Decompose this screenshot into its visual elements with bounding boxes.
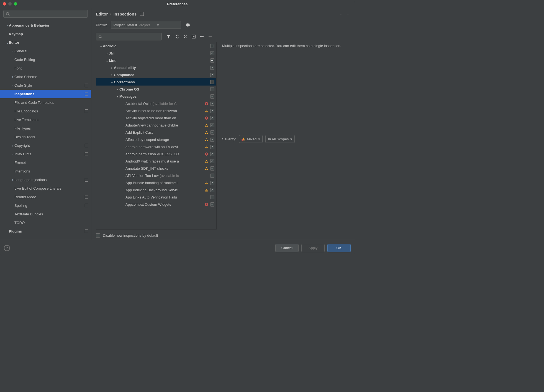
close-window-button[interactable] (3, 2, 6, 6)
inspection-row[interactable]: android.permission.ACCESS_CO (96, 150, 216, 158)
inspection-row[interactable]: ›Compliance (96, 71, 216, 78)
svg-rect-43 (206, 189, 207, 190)
sidebar-item-emmet[interactable]: Emmet (0, 158, 91, 167)
inspection-row[interactable]: AndroidX watch faces must use a (96, 158, 216, 165)
settings-search-input[interactable] (10, 12, 85, 16)
forward-button[interactable]: → (347, 12, 350, 16)
inspection-checkbox[interactable] (210, 87, 215, 91)
inspection-row[interactable]: ⌄Android (96, 42, 216, 50)
inspection-checkbox[interactable] (210, 202, 215, 207)
inspection-checkbox[interactable] (210, 145, 215, 149)
collapse-all-icon[interactable] (181, 33, 189, 40)
minimize-window-button[interactable] (8, 2, 12, 6)
maximize-window-button[interactable] (14, 2, 17, 6)
remove-icon[interactable] (206, 33, 214, 40)
filter-icon[interactable] (165, 33, 173, 40)
sidebar-item-inspections[interactable]: Inspections (0, 90, 91, 98)
inspection-checkbox[interactable] (210, 51, 215, 55)
sidebar-item-file-encodings[interactable]: File Encodings (0, 107, 91, 115)
disable-new-checkbox[interactable] (96, 233, 100, 238)
inspection-checkbox[interactable] (210, 44, 215, 48)
inspection-checkbox[interactable] (210, 102, 215, 106)
sidebar-item-copyright[interactable]: ›Copyright (0, 141, 91, 150)
expand-all-icon[interactable] (173, 33, 181, 40)
inspection-row[interactable]: ›JNI (96, 50, 216, 57)
sidebar-item-keymap[interactable]: Keymap (0, 30, 91, 38)
sidebar-item-inlay-hints[interactable]: ›Inlay Hints (0, 150, 91, 158)
sidebar-item-file-and-code-templates[interactable]: File and Code Templates (0, 98, 91, 107)
sidebar-item-spelling[interactable]: Spelling (0, 201, 91, 210)
sidebar-item-todo[interactable]: TODO (0, 218, 91, 227)
sidebar-item-editor[interactable]: ⌄Editor (0, 38, 91, 47)
inspection-tree[interactable]: ⌄Android›JNI⌄Lint›Accessibility›Complian… (96, 42, 217, 229)
inspection-row[interactable]: AdapterView cannot have childre (96, 122, 216, 129)
cancel-button[interactable]: Cancel (275, 244, 299, 252)
inspection-checkbox[interactable] (210, 73, 215, 77)
inspection-search-input[interactable] (102, 35, 159, 39)
inspection-row[interactable]: ›Accessibility (96, 64, 216, 71)
sidebar-item-general[interactable]: ›General (0, 47, 91, 55)
inspection-checkbox[interactable] (210, 188, 215, 192)
inspection-label: Activity is set to be non resizeab (125, 109, 204, 113)
inspection-checkbox[interactable] (210, 130, 215, 135)
inspection-row[interactable]: API Version Too Low (available fo (96, 172, 216, 179)
inspection-row[interactable]: ⌄Correctness (96, 78, 216, 86)
sidebar-item-intentions[interactable]: Intentions (0, 167, 91, 176)
sidebar-item-live-edit-of-compose-literals[interactable]: Live Edit of Compose Literals (0, 184, 91, 193)
inspection-checkbox[interactable] (210, 66, 215, 70)
settings-search[interactable] (3, 10, 88, 18)
sidebar-item-color-scheme[interactable]: ›Color Scheme (0, 73, 91, 81)
inspection-checkbox[interactable] (210, 109, 215, 113)
settings-tree[interactable]: ›Appearance & BehaviorKeymap⌄Editor›Gene… (0, 20, 91, 240)
inspection-checkbox[interactable] (210, 159, 215, 163)
inspection-checkbox[interactable] (210, 80, 215, 84)
inspection-row[interactable]: App Bundle handling of runtime l (96, 179, 216, 186)
inspection-checkbox[interactable] (210, 94, 215, 99)
inspection-checkbox[interactable] (210, 58, 215, 63)
inspection-row[interactable]: App Indexing Background Servic (96, 186, 216, 194)
inspection-row[interactable]: ›Messages (96, 93, 216, 100)
severity-dropdown[interactable]: Mixed ▾ (239, 135, 263, 143)
inspection-row[interactable]: Add Explicit Cast (96, 129, 216, 136)
sidebar-item-design-tools[interactable]: Design Tools (0, 133, 91, 141)
scope-dropdown[interactable]: In All Scopes ▾ (265, 135, 295, 143)
sidebar-item-label: Language Injections (14, 178, 85, 182)
add-icon[interactable] (198, 33, 206, 40)
gear-icon[interactable] (185, 22, 190, 27)
inspection-checkbox[interactable] (210, 138, 215, 142)
sidebar-item-code-editing[interactable]: Code Editing (0, 55, 91, 64)
sidebar-item-textmate-bundles[interactable]: TextMate Bundles (0, 210, 91, 218)
ok-button[interactable]: OK (327, 244, 351, 252)
inspection-checkbox[interactable] (210, 181, 215, 185)
inspection-search[interactable] (96, 33, 162, 40)
inspection-checkbox[interactable] (210, 166, 215, 171)
back-button[interactable]: ← (339, 12, 343, 16)
inspection-row[interactable]: Affected by scoped storage (96, 136, 216, 143)
inspection-checkbox[interactable] (210, 174, 215, 178)
sidebar-item-reader-mode[interactable]: Reader Mode (0, 193, 91, 201)
inspection-row[interactable]: ›Chrome OS (96, 86, 216, 93)
reset-icon[interactable] (189, 33, 198, 40)
inspection-row[interactable]: android.hardware.wifi on TV devi (96, 143, 216, 150)
inspection-row[interactable]: App Links Auto Verification Failu (96, 194, 216, 201)
sidebar-item-plugins[interactable]: Plugins (0, 227, 91, 236)
inspection-row[interactable]: ⌄Lint (96, 57, 216, 64)
apply-button[interactable]: Apply (301, 244, 325, 252)
inspection-row[interactable]: Annotate SDK_INT checks (96, 165, 216, 172)
sidebar-item-code-style[interactable]: ›Code Style (0, 81, 91, 90)
inspection-checkbox[interactable] (210, 116, 215, 120)
sidebar-item-font[interactable]: Font (0, 64, 91, 73)
inspection-row[interactable]: Accidental Octal (available for C (96, 100, 216, 107)
profile-dropdown[interactable]: Project Default Project ▾ (111, 21, 181, 29)
inspection-checkbox[interactable] (210, 123, 215, 127)
inspection-checkbox[interactable] (210, 195, 215, 199)
sidebar-item-file-types[interactable]: File Types (0, 124, 91, 133)
sidebar-item-appearance-behavior[interactable]: ›Appearance & Behavior (0, 21, 91, 30)
inspection-row[interactable]: Activity registered more than on (96, 114, 216, 122)
inspection-row[interactable]: Appcompat Custom Widgets (96, 201, 216, 208)
sidebar-item-live-templates[interactable]: Live Templates (0, 115, 91, 124)
inspection-row[interactable]: Activity is set to be non resizeab (96, 107, 216, 114)
sidebar-item-language-injections[interactable]: ›Language Injections (0, 176, 91, 184)
inspection-checkbox[interactable] (210, 152, 215, 156)
help-button[interactable]: ? (4, 245, 10, 251)
